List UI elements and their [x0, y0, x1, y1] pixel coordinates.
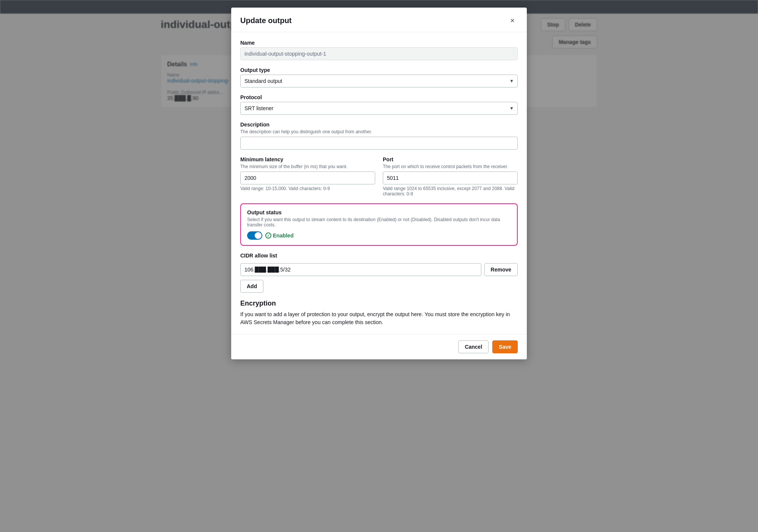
encryption-desc: If you want to add a layer of protection…: [240, 310, 518, 326]
modal-header: Update output ×: [231, 8, 527, 32]
description-input[interactable]: [240, 137, 518, 150]
port-field-group: Port The port on which to receive contro…: [383, 156, 518, 197]
update-output-modal: Update output × Name Output type Standar…: [231, 8, 527, 359]
save-button[interactable]: Save: [492, 340, 518, 353]
name-label: Name: [240, 40, 518, 46]
port-input[interactable]: [383, 172, 518, 184]
cidr-add-button[interactable]: Add: [240, 280, 263, 293]
modal-close-button[interactable]: ×: [507, 15, 518, 26]
min-latency-hint: The minimum size of the buffer (in ms) t…: [240, 164, 375, 169]
modal-overlay: Update output × Name Output type Standar…: [0, 0, 758, 532]
latency-port-row: Minimum latency The minimum size of the …: [240, 156, 518, 203]
min-latency-field-group: Minimum latency The minimum size of the …: [240, 156, 375, 197]
cidr-input[interactable]: [240, 263, 481, 276]
modal-body: Name Output type Standard output CDI out…: [231, 32, 527, 326]
output-type-select-wrapper: Standard output CDI output ST 2110 JPEG …: [240, 75, 518, 87]
port-hint: The port on which to receive control pac…: [383, 164, 518, 169]
cancel-button[interactable]: Cancel: [458, 340, 489, 353]
modal-footer: Cancel Save: [231, 334, 527, 359]
check-circle-icon: ✓: [265, 232, 271, 239]
output-status-title: Output status: [247, 209, 511, 215]
description-label: Description: [240, 122, 518, 128]
output-type-field-group: Output type Standard output CDI output S…: [240, 67, 518, 87]
cidr-remove-button[interactable]: Remove: [484, 263, 518, 276]
toggle-slider: [247, 231, 262, 240]
output-type-label: Output type: [240, 67, 518, 73]
name-input[interactable]: [240, 47, 518, 60]
cidr-field-group: CIDR allow list Remove Add: [240, 253, 518, 293]
min-latency-input[interactable]: [240, 172, 375, 184]
output-type-select[interactable]: Standard output CDI output ST 2110 JPEG …: [240, 75, 518, 87]
encryption-section: Encryption If you want to add a layer of…: [240, 300, 518, 326]
description-hint: The description can help you distinguish…: [240, 129, 518, 134]
name-field-group: Name: [240, 40, 518, 60]
output-status-toggle[interactable]: [247, 231, 262, 240]
cidr-input-row: Remove: [240, 263, 518, 276]
output-status-desc: Select if you want this output to stream…: [247, 217, 511, 228]
enabled-badge: ✓ Enabled: [265, 232, 293, 239]
min-latency-range: Valid range: 10-15,000. Valid characters…: [240, 186, 375, 191]
enabled-text: Enabled: [273, 232, 293, 239]
port-label: Port: [383, 156, 518, 162]
cidr-label: CIDR allow list: [240, 253, 518, 259]
description-field-group: Description The description can help you…: [240, 122, 518, 150]
min-latency-label: Minimum latency: [240, 156, 375, 162]
modal-title: Update output: [240, 16, 292, 25]
port-range: Valid range 1024 to 65535 inclusive, exc…: [383, 186, 518, 197]
output-status-box: Output status Select if you want this ou…: [240, 203, 518, 246]
protocol-select[interactable]: SRT listener SRT caller RTP-FEC RTP Zixi…: [240, 102, 518, 115]
encryption-title: Encryption: [240, 300, 518, 307]
toggle-row: ✓ Enabled: [247, 231, 511, 240]
protocol-select-wrapper: SRT listener SRT caller RTP-FEC RTP Zixi…: [240, 102, 518, 115]
protocol-label: Protocol: [240, 94, 518, 100]
protocol-field-group: Protocol SRT listener SRT caller RTP-FEC…: [240, 94, 518, 115]
